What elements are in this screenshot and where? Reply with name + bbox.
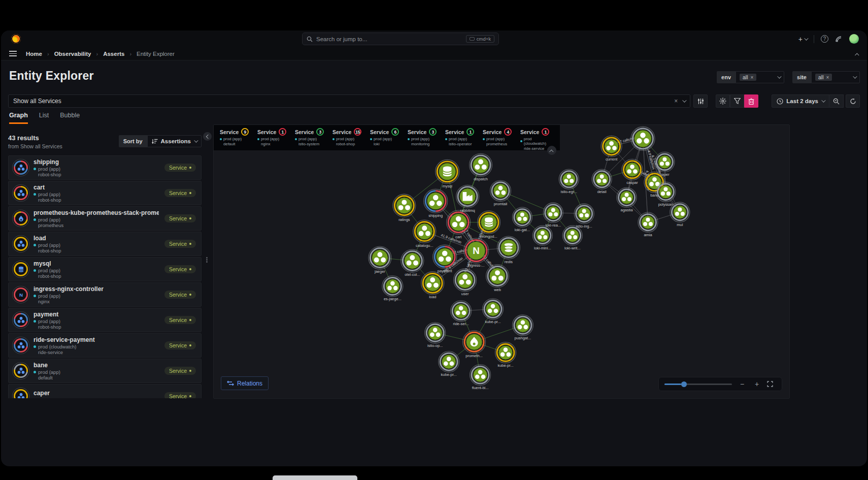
graph-node-user[interactable]: user <box>454 269 477 296</box>
zoom-out-time-button[interactable] <box>829 94 844 108</box>
filter-button[interactable] <box>730 94 744 108</box>
settings-button[interactable] <box>716 94 730 108</box>
service-count-badge: 15 <box>354 128 361 136</box>
service-group-chip[interactable]: Service6prod (app)loki <box>368 127 406 149</box>
menu-icon[interactable] <box>9 51 17 56</box>
service-scope: robot-shop <box>38 172 159 177</box>
env-select[interactable]: all× <box>736 71 784 83</box>
graph-node-jaeger[interactable]: jaeger <box>369 246 391 274</box>
collapse-panel-button[interactable] <box>203 132 212 141</box>
service-group-chip[interactable]: Service4prod (app)prometheus <box>481 127 518 149</box>
graph-node-dispatch[interactable]: dispatch <box>470 153 492 181</box>
service-group-chip[interactable]: Service9prod (app)default <box>218 127 255 149</box>
service-list-item[interactable]: paymentprod (app)robot-shopService <box>8 308 202 332</box>
relations-button[interactable]: Relations <box>221 376 269 390</box>
help-icon[interactable]: ? <box>821 35 828 43</box>
graph-node-esjaeger[interactable]: es-jaege... <box>382 276 403 301</box>
zoom-slider-knob[interactable] <box>681 381 687 387</box>
service-list[interactable]: shippingprod (app)robot-shopServicecartp… <box>8 155 202 398</box>
service-group-chip[interactable]: Service1prod (app)nginx <box>255 127 293 149</box>
time-range-picker[interactable]: Last 2 days <box>772 94 829 108</box>
graph-node-fluentbi[interactable]: fluent-bi... <box>470 365 491 390</box>
sort-select[interactable]: Assertions <box>147 135 202 147</box>
refresh-button[interactable] <box>846 94 860 108</box>
graph-node-catalog[interactable]: catalogu... <box>413 220 436 247</box>
remove-site-tag-icon[interactable]: × <box>826 75 829 80</box>
graph-node-shipping[interactable]: shipping <box>424 189 448 217</box>
graph-node-ingress[interactable]: Ningress-... <box>464 238 489 268</box>
breadcrumb-home[interactable]: Home <box>26 51 42 57</box>
entity-search-select[interactable]: Show all Services × <box>8 94 690 108</box>
pane-resize-handle[interactable] <box>206 257 208 263</box>
tab-graph[interactable]: Graph <box>9 112 28 124</box>
trash-icon <box>748 98 754 105</box>
graph-node-mongod[interactable]: mongod... <box>478 211 500 238</box>
service-list-item[interactable]: ride-service-paymentprod (cloudwatch)rid… <box>8 333 202 358</box>
user-avatar[interactable] <box>849 34 859 44</box>
new-button[interactable]: + <box>798 35 807 43</box>
graph-node-hub[interactable] <box>631 126 655 150</box>
graph-node-istioop[interactable]: istio-op... <box>425 323 446 348</box>
graph-node-lokirea[interactable]: loki-rea... <box>543 203 563 227</box>
tab-bubble[interactable]: Bubble <box>60 112 80 124</box>
service-group-chip[interactable]: Service1prod (app)istio-operator <box>443 127 481 149</box>
graph-node-istioing[interactable]: istio-ing... <box>574 204 594 228</box>
service-group-chip[interactable]: Service3prod (app)istio-system <box>293 127 330 149</box>
graph-node-promtail[interactable]: promtail <box>490 180 511 206</box>
graph-node-lokiwri[interactable]: loki-writ... <box>562 226 582 250</box>
grafana-logo-icon[interactable] <box>11 34 21 44</box>
service-group-chip[interactable]: Service15prod (app)robot-shop <box>330 127 368 149</box>
graph-node-mysql[interactable]: mysql <box>436 159 459 188</box>
breadcrumb-observability[interactable]: Observability <box>54 51 91 57</box>
graph-node-label: es-jaege... <box>384 297 402 301</box>
delete-filters-button[interactable] <box>744 94 758 108</box>
graph-node-web[interactable]: web <box>486 265 509 292</box>
service-list-item[interactable]: caperprod (app)Service <box>8 384 202 398</box>
clear-icon[interactable]: × <box>674 98 678 105</box>
service-list-item[interactable]: shippingprod (app)robot-shopService <box>8 155 202 180</box>
legend-collapse-button[interactable] <box>547 146 556 155</box>
graph-node-label: prometh... <box>465 354 483 358</box>
graph-node-ratings[interactable]: ratings <box>393 194 416 221</box>
tab-list[interactable]: List <box>39 112 49 124</box>
collapse-up-icon[interactable] <box>856 49 859 58</box>
advanced-filters-button[interactable] <box>693 94 708 108</box>
topology-graph[interactable]: 41.9 calls/min84.7 calls/min64.7 calls/m… <box>214 125 789 399</box>
service-list-item[interactable]: cartprod (app)robot-shopService <box>8 181 202 205</box>
service-list-item[interactable]: baneprod (app)defaultService <box>8 359 202 383</box>
env-label: env <box>717 71 736 83</box>
env-dot-icon <box>483 138 485 140</box>
service-list-item[interactable]: mysqlprod (app)robot-shopService <box>8 257 202 281</box>
remove-env-tag-icon[interactable]: × <box>751 75 754 80</box>
fullscreen-button[interactable] <box>767 381 776 387</box>
zoom-in-button[interactable]: + <box>752 380 761 388</box>
graph-node-kubepr3[interactable]: kube-pr... <box>439 351 459 377</box>
graph-node-load[interactable]: load <box>421 272 444 299</box>
graph-node-istioegr[interactable]: istio-egr... <box>559 169 579 194</box>
zoom-slider[interactable] <box>664 383 732 385</box>
graph-node-payment[interactable]: payment <box>433 245 457 273</box>
breadcrumb-asserts[interactable]: Asserts <box>103 51 124 57</box>
graph-node-label: istio-egr... <box>561 189 577 194</box>
site-select[interactable]: all× <box>811 71 860 83</box>
graph-node-lokigat[interactable]: loki-gat... <box>512 207 532 232</box>
graph-node-agastia[interactable]: agastia <box>617 187 637 212</box>
graph-node-redis[interactable]: redis <box>497 236 520 264</box>
news-signal-icon[interactable] <box>835 36 843 43</box>
zoom-out-button[interactable]: − <box>738 380 747 388</box>
graph-node-kubepr2[interactable]: kube-pr... <box>495 342 516 368</box>
graph-node-rideser[interactable]: ride-ser... <box>451 301 472 326</box>
graph-node-rabbitmq[interactable]: rabbitmq <box>456 185 479 212</box>
service-type-badge: Service <box>164 214 196 222</box>
graph-node-kubepr1[interactable]: kube-pr... <box>483 299 504 324</box>
service-list-item[interactable]: loadprod (app)robot-shopService <box>8 232 202 256</box>
service-group-chip[interactable]: Service3prod (app)monitoring <box>406 127 443 149</box>
global-search-input[interactable]: Search or jump to... cmd+k <box>302 33 499 45</box>
service-list-item[interactable]: Ningress-nginx-controllerprod (app)nginx… <box>8 282 202 307</box>
service-env: prod (app) <box>34 166 159 172</box>
service-scope: default <box>38 375 159 380</box>
graph-node-prometh[interactable]: prometh... <box>463 331 486 358</box>
graph-node-otel[interactable]: otel-col... <box>401 249 424 277</box>
service-list-item[interactable]: prometheus-kube-prometheus-stack-prometh… <box>8 206 202 231</box>
graph-node-detail[interactable]: detail <box>592 169 612 194</box>
